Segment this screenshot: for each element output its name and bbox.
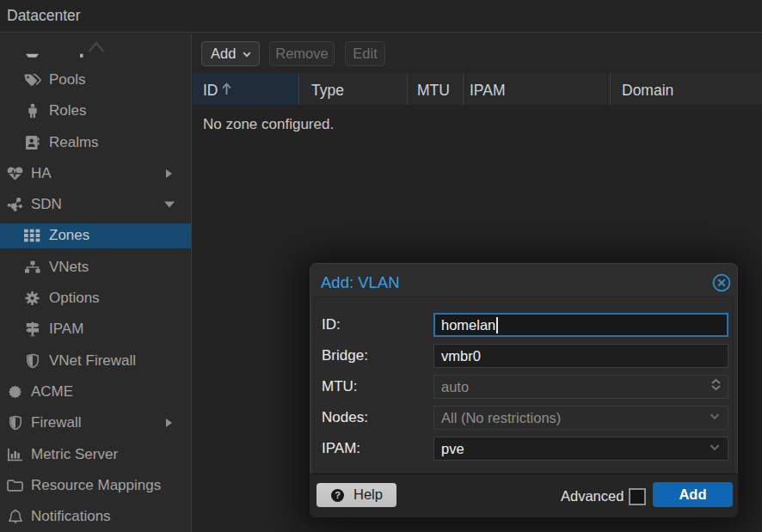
svg-text:?: ? <box>335 490 341 500</box>
